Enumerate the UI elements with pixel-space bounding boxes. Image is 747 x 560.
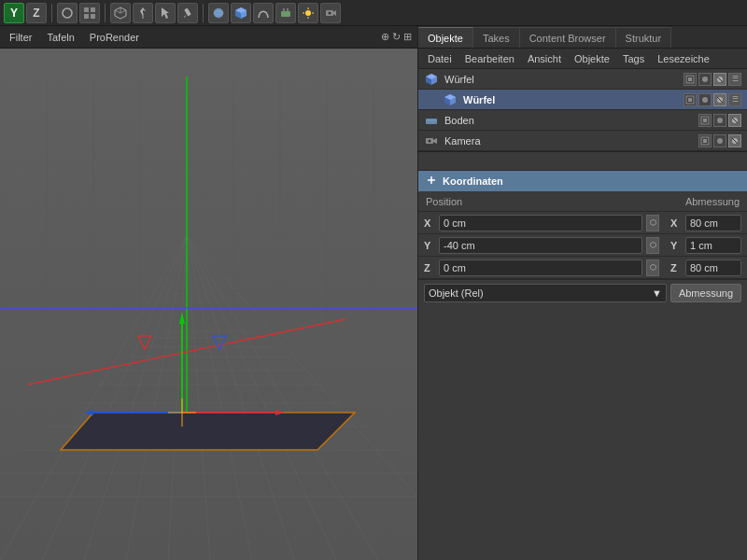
viewport: Filter Tafeln ProRender ⊕ ↻ ⊞ — [0, 26, 417, 560]
coord-x-spinner[interactable]: ⬡ — [646, 215, 659, 231]
toolbar-icon-sun[interactable] — [298, 3, 318, 23]
vis-icon-2c[interactable] — [713, 93, 726, 106]
toolbar-icon-box[interactable] — [231, 3, 251, 23]
object-row-3[interactable]: Boden — [418, 110, 747, 131]
svg-rect-19 — [281, 11, 290, 17]
svg-marker-71 — [61, 413, 355, 450]
right-panel: Objekte Takes Content Browser Struktur D… — [417, 26, 747, 560]
coord-axis-y: Y — [424, 240, 435, 251]
svg-rect-109 — [703, 139, 707, 143]
svg-rect-4 — [91, 14, 95, 19]
coord-y-size-input[interactable] — [685, 237, 741, 254]
toolbar-icon-grid[interactable] — [79, 3, 100, 23]
vis-icon-2d[interactable]: ☰ — [728, 93, 741, 106]
coord-y-spinner[interactable]: ⬡ — [646, 237, 659, 254]
coord-row-y: Y ⬡ Y — [418, 234, 747, 257]
coord-axis-y-right: Y — [670, 240, 682, 251]
toolbar-icon-cursor[interactable] — [155, 3, 176, 23]
viewport-prorender[interactable]: ProRender — [86, 30, 143, 45]
coord-dropdown-label: Objekt (Rel) — [429, 287, 484, 299]
coord-dropdown-arrow: ▼ — [652, 287, 662, 299]
viewport-nav-3[interactable]: ⊞ — [403, 31, 412, 43]
object-vis-icons-1: ☰ — [684, 73, 741, 86]
vis-icon-3b[interactable] — [713, 114, 726, 127]
viewport-tafeln[interactable]: Tafeln — [43, 30, 78, 45]
object-row-4[interactable]: Kamera — [418, 131, 747, 151]
svg-marker-106 — [433, 138, 437, 144]
toolbar-icon-camera[interactable] — [320, 3, 341, 23]
tab-bar: Objekte Takes Content Browser Struktur — [418, 26, 747, 49]
coord-abmessung-button[interactable]: Abmessung — [670, 284, 741, 302]
menu-lesezeiche[interactable]: Lesezeiche — [652, 51, 715, 66]
svg-point-95 — [702, 97, 708, 103]
svg-point-110 — [717, 138, 723, 144]
viewport-canvas[interactable] — [0, 49, 417, 560]
svg-marker-13 — [184, 15, 186, 18]
coord-row-x: X ⬡ X — [418, 212, 747, 234]
vis-icon-1d[interactable]: ☰ — [728, 73, 741, 86]
viewport-nav-2[interactable]: ↻ — [392, 31, 401, 43]
vis-icon-1b[interactable] — [698, 73, 712, 86]
toolbar-icon-circle[interactable] — [57, 3, 78, 23]
coord-z-spinner[interactable]: ⬡ — [646, 259, 659, 276]
svg-point-22 — [305, 10, 311, 16]
viewport-filter[interactable]: Filter — [6, 30, 35, 45]
viewport-nav-1[interactable]: ⊕ — [381, 31, 389, 43]
coord-z-size-input[interactable] — [685, 259, 741, 276]
toolbar-icon-y[interactable]: Y — [4, 3, 24, 23]
svg-rect-30 — [0, 49, 417, 560]
coord-dropdown[interactable]: Objekt (Rel) ▼ — [424, 284, 667, 302]
coord-panel-label: Koordinaten — [443, 175, 503, 187]
toolbar-icon-pen[interactable] — [177, 3, 198, 23]
svg-point-0 — [63, 8, 72, 18]
svg-point-107 — [429, 139, 431, 142]
menu-bearbeiten[interactable]: Bearbeiten — [459, 51, 520, 66]
main-layout: Filter Tafeln ProRender ⊕ ↻ ⊞ — [0, 26, 747, 560]
coord-y-pos-input[interactable] — [439, 237, 642, 254]
svg-line-7 — [120, 10, 126, 13]
toolbar-icon-z[interactable]: Z — [26, 3, 47, 23]
object-row-1[interactable]: Würfel ☰ — [418, 69, 747, 90]
menu-ansicht[interactable]: Ansicht — [522, 51, 567, 66]
object-icon-cube-1 — [424, 72, 439, 87]
coord-x-pos-input[interactable] — [439, 215, 642, 231]
object-vis-icons-3 — [698, 114, 741, 127]
toolbar-icon-spline[interactable] — [253, 3, 274, 23]
toolbar-icon-sphere[interactable] — [208, 3, 229, 23]
coord-z-pos-input[interactable] — [439, 259, 642, 276]
vis-icon-1a[interactable] — [684, 73, 697, 86]
svg-rect-94 — [688, 98, 692, 102]
object-icon-kamera — [424, 133, 439, 148]
top-toolbar: Y Z — [0, 0, 747, 26]
svg-rect-12 — [184, 7, 190, 16]
menu-datei[interactable]: Datei — [422, 51, 458, 66]
menu-objekte[interactable]: Objekte — [569, 51, 615, 66]
vis-icon-2b[interactable] — [698, 93, 712, 106]
vis-icon-3c[interactable] — [728, 114, 741, 127]
menu-tags[interactable]: Tags — [617, 51, 650, 66]
toolbar-icon-move[interactable] — [133, 3, 153, 23]
tab-content-browser[interactable]: Content Browser — [520, 27, 616, 48]
svg-rect-101 — [703, 119, 707, 122]
tab-takes[interactable]: Takes — [473, 27, 520, 48]
tab-objekte[interactable]: Objekte — [418, 27, 473, 48]
toolbar-icon-cube-wire[interactable] — [110, 3, 131, 23]
vis-icon-4a[interactable] — [698, 134, 712, 147]
svg-marker-28 — [333, 10, 336, 16]
object-name-4: Kamera — [444, 135, 693, 147]
tab-struktur[interactable]: Struktur — [616, 27, 672, 48]
object-name-3: Boden — [444, 115, 693, 126]
vis-icon-4b[interactable] — [713, 134, 726, 147]
object-row-2[interactable]: Würfel ☰ — [418, 90, 747, 110]
coord-position-label: Position — [426, 196, 685, 207]
object-vis-icons-2: ☰ — [684, 93, 741, 106]
coord-bottom: Objekt (Rel) ▼ Abmessung — [418, 279, 747, 305]
vis-icon-1c[interactable] — [713, 73, 726, 86]
vis-icon-3a[interactable] — [698, 114, 712, 127]
toolbar-icon-deform[interactable] — [275, 3, 296, 23]
coord-x-size-input[interactable] — [685, 215, 741, 231]
vis-icon-4c[interactable] — [728, 134, 741, 147]
object-icon-cube-2 — [443, 92, 458, 107]
vis-icon-2a[interactable] — [684, 93, 697, 106]
coord-row-z: Z ⬡ Z — [418, 257, 747, 279]
